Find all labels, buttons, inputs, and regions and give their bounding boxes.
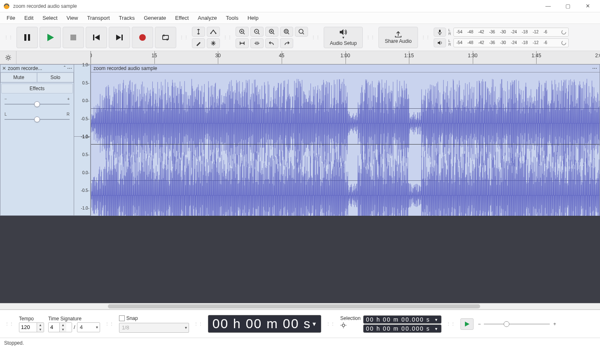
- stop-button[interactable]: [63, 27, 84, 48]
- grip-icon[interactable]: ⋮⋮: [4, 323, 15, 325]
- svg-point-9: [139, 34, 146, 41]
- svg-rect-1: [24, 34, 26, 41]
- time-signature-label: Time Signature: [48, 316, 100, 322]
- timeline-ruler[interactable]: 01530451:001:151:301:452:00: [91, 51, 600, 64]
- menu-tracks[interactable]: Tracks: [115, 13, 139, 23]
- recording-meter[interactable]: -54-48-42-36-30-24-18-12-6: [453, 28, 569, 37]
- menu-generate[interactable]: Generate: [140, 13, 170, 23]
- pan-slider[interactable]: [5, 119, 70, 120]
- menu-edit[interactable]: Edit: [20, 13, 37, 23]
- time-display[interactable]: 00 h 00 m 00 s▾: [208, 315, 322, 333]
- time-sig-denominator[interactable]: 4: [77, 322, 100, 332]
- selection-settings-button[interactable]: [340, 322, 347, 329]
- menu-effect[interactable]: Effect: [171, 13, 193, 23]
- selection-end-display[interactable]: 00 h 00 m 00.000 s ▾: [363, 324, 442, 333]
- tempo-label: Tempo: [19, 316, 44, 322]
- timeline-ruler-row: 01530451:001:151:301:452:00: [0, 51, 600, 64]
- menu-analyze[interactable]: Analyze: [194, 13, 221, 23]
- playback-meter-button[interactable]: [434, 38, 446, 47]
- selection-start-display[interactable]: 00 h 00 m 00.000 s ▾: [363, 315, 442, 324]
- playback-meter[interactable]: -54-48-42-36-30-24-18-12-6: [453, 38, 569, 47]
- zoom-in-button[interactable]: [236, 27, 249, 37]
- snap-checkbox[interactable]: Snap: [119, 315, 189, 321]
- multi-tool-button[interactable]: [207, 38, 220, 48]
- grip-icon[interactable]: ⋮⋮: [311, 36, 321, 39]
- timeline-settings-button[interactable]: [0, 51, 16, 64]
- svg-rect-17: [285, 30, 287, 32]
- speaker-icon: [339, 29, 348, 35]
- audio-setup-label: Audio Setup: [330, 40, 357, 46]
- svg-rect-19: [439, 30, 441, 33]
- clip-menu-button[interactable]: ⋯: [592, 65, 597, 71]
- effects-button[interactable]: Effects: [1, 84, 73, 93]
- amplitude-scale: 1.0-0.5-0.0--0.5--1.0- 1.0-0.5-0.0--0.5-…: [74, 64, 91, 216]
- gain-slider[interactable]: [5, 104, 70, 105]
- grip-icon[interactable]: ⋮⋮: [365, 36, 376, 39]
- fit-selection-button[interactable]: [265, 27, 278, 37]
- playback-speed-slider[interactable]: [484, 324, 550, 324]
- menu-select[interactable]: Select: [38, 13, 61, 23]
- play-button[interactable]: [40, 27, 61, 48]
- skip-end-button[interactable]: [109, 27, 130, 48]
- track-name-label[interactable]: zoom recorde...: [8, 65, 62, 71]
- pause-button[interactable]: [16, 27, 38, 48]
- snap-value-select[interactable]: 1/8: [119, 323, 189, 333]
- menu-tools[interactable]: Tools: [222, 13, 243, 23]
- menu-file[interactable]: File: [2, 13, 19, 23]
- grip-icon[interactable]: ⋮⋮: [420, 36, 431, 39]
- grip-icon[interactable]: ⋮⋮: [3, 36, 14, 39]
- svg-point-23: [342, 324, 345, 327]
- svg-point-20: [562, 30, 566, 34]
- share-audio-label: Share Audio: [385, 38, 411, 44]
- record-button[interactable]: [132, 27, 153, 48]
- selection-tool-button[interactable]: [192, 27, 205, 37]
- menu-transport[interactable]: Transport: [83, 13, 114, 23]
- maximize-button[interactable]: ▢: [559, 0, 577, 12]
- grip-icon[interactable]: ⋮⋮: [325, 323, 336, 325]
- status-text: Stopped.: [4, 340, 24, 346]
- horizontal-scrollbar[interactable]: [0, 303, 600, 310]
- bottom-toolbar: ⋮⋮ Tempo ▲▼ Time Signature ▲▼ / 4 ⋮⋮ Sna…: [0, 310, 600, 338]
- grip-icon[interactable]: ⋮⋮: [179, 36, 189, 39]
- time-sig-numerator[interactable]: ▲▼: [48, 322, 72, 332]
- svg-point-22: [7, 56, 9, 59]
- undo-button[interactable]: [265, 38, 278, 48]
- collapse-track-button[interactable]: ˆ: [64, 65, 65, 71]
- mute-button[interactable]: Mute: [0, 72, 37, 82]
- close-button[interactable]: ✕: [579, 0, 597, 12]
- draw-tool-button[interactable]: [192, 38, 205, 48]
- redo-button[interactable]: [280, 38, 293, 48]
- gear-icon: [5, 54, 12, 61]
- track-menu-button[interactable]: ⋯: [67, 65, 72, 71]
- tempo-input[interactable]: ▲▼: [19, 322, 44, 332]
- envelope-tool-button[interactable]: [207, 27, 220, 37]
- record-meter-button[interactable]: [434, 28, 446, 37]
- fit-project-button[interactable]: [280, 27, 293, 37]
- grip-icon[interactable]: ⋮⋮: [446, 323, 456, 325]
- grip-icon[interactable]: ⋮⋮: [104, 323, 115, 325]
- svg-point-11: [210, 33, 212, 34]
- grip-icon[interactable]: ⋮⋮: [222, 36, 233, 39]
- track-control-panel: ✕ zoom recorde... ˆ ⋯ Mute Solo Effects …: [0, 64, 74, 216]
- silence-button[interactable]: [250, 38, 264, 48]
- menu-view[interactable]: View: [63, 13, 82, 23]
- audio-setup-button[interactable]: ▼ Audio Setup: [324, 27, 363, 48]
- clip-name-label[interactable]: zoom recorded audio sample: [93, 65, 157, 71]
- svg-rect-8: [121, 35, 123, 40]
- skip-start-button[interactable]: [86, 27, 107, 48]
- play-at-speed-button[interactable]: [460, 318, 474, 330]
- close-track-button[interactable]: ✕: [2, 65, 6, 71]
- solo-button[interactable]: Solo: [37, 72, 74, 82]
- zoom-out-button[interactable]: [250, 27, 264, 37]
- share-audio-button[interactable]: Share Audio: [378, 27, 418, 48]
- loop-button[interactable]: [155, 27, 176, 48]
- menu-help[interactable]: Help: [243, 13, 263, 23]
- zoom-toggle-button[interactable]: [295, 27, 308, 37]
- trim-button[interactable]: [236, 38, 249, 48]
- app-icon: [3, 3, 10, 9]
- minimize-button[interactable]: ―: [539, 0, 557, 12]
- svg-point-16: [284, 29, 288, 33]
- svg-marker-7: [116, 35, 121, 40]
- grip-icon[interactable]: ⋮⋮: [193, 323, 204, 325]
- share-icon: [394, 31, 402, 37]
